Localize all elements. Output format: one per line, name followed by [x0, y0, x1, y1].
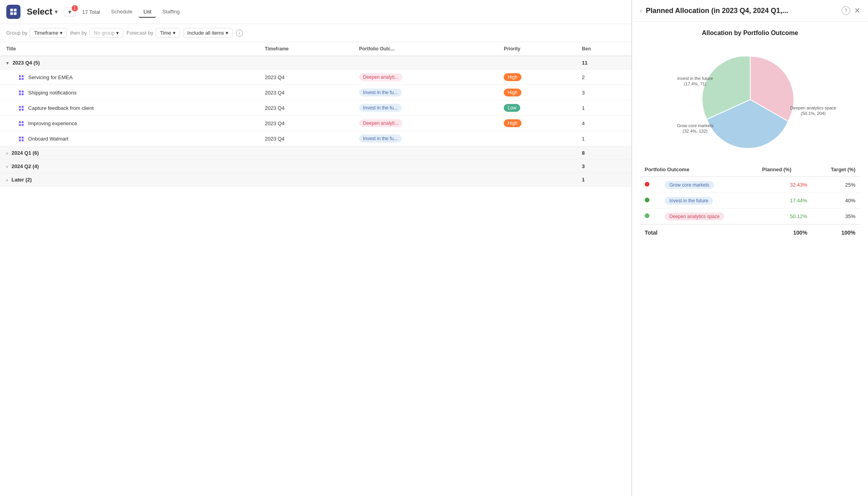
item-title: Onboard Walmart — [0, 131, 259, 146]
info-icon[interactable]: i — [236, 30, 243, 37]
planned-cell: 32.43% — [757, 177, 812, 193]
chart-section: Allocation by Portfolio Outcome Invest i… — [632, 22, 868, 163]
planned-cell: 50.12% — [757, 209, 812, 225]
svg-text:(17.4%, 71): (17.4%, 71) — [684, 81, 706, 86]
total-target: 100% — [812, 224, 860, 241]
item-icon — [19, 75, 24, 80]
item-priority: High — [497, 70, 575, 85]
expand-icon[interactable]: ▾ — [6, 61, 9, 65]
group-label: 2024 Q1 (6) — [11, 150, 39, 156]
svg-rect-0 — [10, 9, 13, 11]
item-icon — [19, 91, 24, 95]
pie-chart: Invest in the future (17.4%, 71) Grow co… — [640, 44, 860, 155]
item-timeframe: 2023 Q4 — [259, 100, 353, 116]
then-by-dropdown[interactable]: No group ▾ — [89, 28, 123, 38]
group-row[interactable]: › 2024 Q2 (4) 3 — [0, 160, 631, 173]
app-icon — [6, 5, 20, 19]
svg-text:Grow core markets: Grow core markets — [677, 123, 713, 128]
include-items-dropdown[interactable]: Include all items ▾ — [183, 28, 233, 38]
item-priority: Low — [497, 100, 575, 116]
then-by-value: No group — [94, 30, 115, 36]
item-value: 2 — [576, 70, 631, 85]
svg-text:Deepen analytics space: Deepen analytics space — [790, 105, 836, 110]
group-by-dropdown[interactable]: Timeframe ▾ — [30, 28, 67, 38]
item-title: Servicing for EMEA — [0, 70, 259, 85]
tab-schedule[interactable]: Schedule — [106, 6, 137, 18]
right-panel-header: ‹ Planned Allocation (in 2023 Q4, 2024 Q… — [632, 0, 868, 22]
item-timeframe: 2023 Q4 — [259, 85, 353, 100]
svg-text:(32.4%, 132): (32.4%, 132) — [683, 129, 707, 133]
group-row[interactable]: › 2024 Q1 (6) 8 — [0, 146, 631, 160]
group-label: 2023 Q4 (5) — [13, 60, 40, 66]
group-value: 3 — [576, 160, 631, 173]
group-row[interactable]: ▾ 2023 Q4 (5) 11 — [0, 56, 631, 70]
filter-button[interactable]: ▼ 1 — [64, 7, 76, 17]
close-icon[interactable]: ✕ — [854, 6, 860, 15]
expand-icon[interactable]: › — [6, 178, 8, 182]
right-panel-title: Planned Allocation (in 2023 Q4, 2024 Q1,… — [646, 7, 838, 15]
then-by-control: then by No group ▾ — [70, 28, 123, 38]
allocation-row: Grow core markets 32.43% 25% — [640, 177, 860, 193]
chevron-down-icon: ▾ — [116, 30, 119, 36]
collapse-icon[interactable]: ‹ — [640, 7, 642, 14]
item-outcome: Deepen analyti... — [353, 116, 497, 131]
col-timeframe: Timeframe — [259, 42, 353, 56]
total-label: Total — [640, 224, 757, 241]
nav-tabs: Schedule List Staffing — [106, 6, 184, 18]
forecast-by-label: Forecast by — [126, 30, 153, 36]
item-priority — [497, 131, 575, 146]
tab-list[interactable]: List — [139, 6, 156, 18]
include-items-label: Include all items — [187, 30, 224, 36]
col-title: Title — [0, 42, 259, 56]
forecast-by-control: Forecast by Time ▾ — [126, 28, 180, 38]
table-row: Capture feedback from client 2023 Q4 Inv… — [0, 100, 631, 116]
dot-cell — [640, 193, 660, 209]
right-panel: ‹ Planned Allocation (in 2023 Q4, 2024 Q… — [632, 0, 868, 496]
svg-text:Invest in the future: Invest in the future — [677, 76, 713, 81]
item-outcome: Invest in the fu... — [353, 85, 497, 100]
allocation-table: Portfolio Outcome Planned (%) Target (%)… — [632, 163, 868, 248]
tab-staffing[interactable]: Staffing — [158, 6, 184, 18]
group-value: 1 — [576, 173, 631, 187]
filter-icon: ▼ — [67, 9, 72, 15]
planned-cell: 17.44% — [757, 193, 812, 209]
filter-count: 1 — [72, 5, 78, 11]
priority-badge: High — [504, 73, 521, 81]
item-title: Improving experience — [0, 116, 259, 131]
group-label: Later (2) — [11, 177, 32, 183]
item-value: 4 — [576, 116, 631, 131]
item-priority: High — [497, 116, 575, 131]
item-icon — [19, 137, 24, 141]
item-priority: High — [497, 85, 575, 100]
group-by-label: Group by — [6, 30, 27, 36]
item-outcome: Deepen analyti... — [353, 70, 497, 85]
item-timeframe: 2023 Q4 — [259, 70, 353, 85]
app-header: Select ▾ ▼ 1 17 Total Schedule List Staf… — [0, 0, 631, 24]
item-timeframe: 2023 Q4 — [259, 131, 353, 146]
group-value: 11 — [576, 56, 631, 70]
dot-cell — [640, 209, 660, 225]
svg-text:(50.1%, 204): (50.1%, 204) — [801, 111, 825, 116]
chevron-down-icon: ▾ — [173, 30, 176, 36]
item-icon — [19, 106, 24, 111]
group-value: 8 — [576, 146, 631, 160]
then-by-label: then by — [70, 30, 87, 36]
item-icon — [19, 121, 24, 126]
forecast-by-dropdown[interactable]: Time ▾ — [156, 28, 180, 38]
expand-icon[interactable]: › — [6, 151, 8, 155]
total-planned: 100% — [757, 224, 812, 241]
table-row: Servicing for EMEA 2023 Q4 Deepen analyt… — [0, 70, 631, 85]
group-row[interactable]: › Later (2) 1 — [0, 173, 631, 187]
help-icon[interactable]: ? — [842, 6, 850, 15]
table-row: Improving experience 2023 Q4 Deepen anal… — [0, 116, 631, 131]
svg-rect-2 — [10, 12, 13, 15]
item-title: Shipping notifications — [0, 85, 259, 100]
svg-rect-1 — [14, 9, 17, 11]
item-value: 3 — [576, 85, 631, 100]
select-dropdown[interactable]: Select ▾ — [27, 7, 57, 17]
expand-icon[interactable]: › — [6, 164, 8, 169]
group-by-control: Group by Timeframe ▾ — [6, 28, 67, 38]
left-panel: Select ▾ ▼ 1 17 Total Schedule List Staf… — [0, 0, 632, 496]
col-portfolio-outcome: Portfolio Outc... — [353, 42, 497, 56]
outcome-cell: Invest in the future — [660, 193, 757, 209]
